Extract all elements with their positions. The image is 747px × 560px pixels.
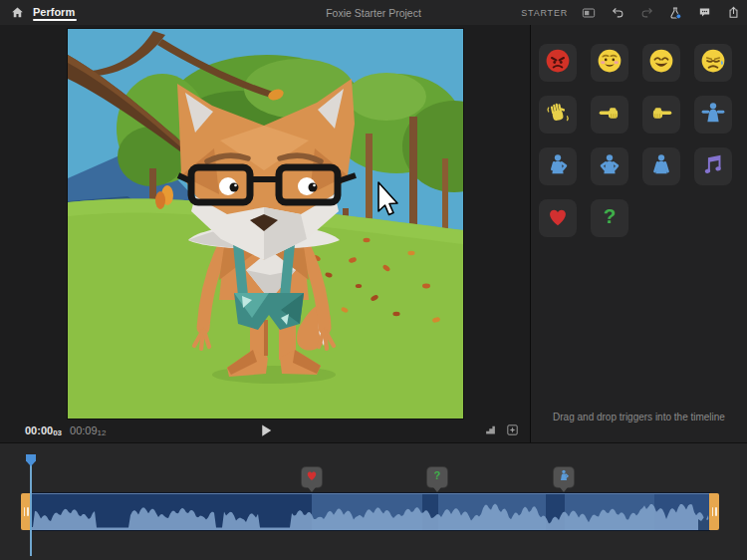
tab-perform-underline [33,19,77,21]
wave-hand-icon [545,100,571,130]
trigger-music[interactable] [694,147,732,185]
transport-bar: 00:000300:0912 [0,419,530,442]
scene-fx-icon[interactable] [505,422,520,437]
question-icon: ? [597,203,622,233]
total-time: 00:09 [70,424,98,436]
point-left-hand-icon [597,100,622,130]
total-frames: 12 [98,428,107,437]
mode-switch-icon[interactable] [581,5,597,21]
starter-mode-label: STARTER [521,8,568,18]
current-time: 00:00 [25,424,53,436]
trim-handle-right[interactable] [709,493,719,530]
sad-face-icon [700,48,726,78]
waveform-track[interactable] [31,493,709,530]
person-arms-out-icon [700,100,726,130]
topbar: Perform Foxie Starter Project STARTER [0,0,747,26]
trigger-question[interactable]: ? [591,199,628,237]
flask-icon[interactable] [667,5,683,21]
person-hands-on-hips-icon [597,151,622,181]
stage-scene [68,29,463,419]
svg-text:?: ? [434,469,441,481]
trigger-wave[interactable] [539,96,577,134]
redo-icon[interactable] [638,5,654,21]
share-icon[interactable] [725,5,741,21]
laughing-face-icon [648,48,674,78]
current-frames: 03 [53,428,62,437]
angry-face-icon [545,48,571,78]
trigger-grid: ? [539,44,732,237]
play-button[interactable] [257,421,275,439]
trigger-pose-hand-on-hip[interactable] [539,147,577,185]
trigger-pose-hands-on-hips[interactable] [591,147,628,185]
question-icon: ? [430,468,444,486]
topbar-actions: STARTER [521,0,741,25]
levels-icon[interactable] [483,422,498,437]
embarrassed-face-icon [597,48,622,78]
trigger-point-right[interactable] [642,96,680,134]
svg-text:?: ? [604,204,617,227]
music-note-icon [700,151,726,181]
stage-canvas[interactable] [68,29,463,419]
timeline-marker-question[interactable]: ? [427,467,447,494]
timeline-marker-heart[interactable] [302,467,322,494]
trigger-laughing[interactable] [642,44,680,82]
trigger-heart[interactable] [539,199,577,237]
heart-icon [305,468,319,486]
person-hand-on-hip-icon [545,151,571,181]
person-arms-down-icon [648,151,674,181]
playhead-handle[interactable] [26,454,36,466]
trigger-arms-out[interactable] [694,96,732,134]
playhead-line [30,465,32,556]
trigger-point-left[interactable] [591,96,628,134]
timeline-marker-person[interactable] [554,467,574,494]
trigger-angry[interactable] [539,44,577,82]
trigger-pose-arms-down[interactable] [642,147,680,185]
audio-track [21,493,719,530]
timeline-panel: ? [0,442,747,560]
timecode: 00:000300:0912 [25,424,106,437]
heart-icon [545,203,571,233]
trigger-embarrassed[interactable] [591,44,628,82]
trigger-sad[interactable] [694,44,732,82]
triggers-hint: Drag and drop triggers into the timeline [531,412,747,422]
triggers-panel: ? Drag and drop triggers into the timeli… [531,25,747,443]
point-right-hand-icon [648,100,674,130]
comment-icon[interactable] [696,5,712,21]
undo-icon[interactable] [610,5,625,21]
person-icon [557,468,571,486]
